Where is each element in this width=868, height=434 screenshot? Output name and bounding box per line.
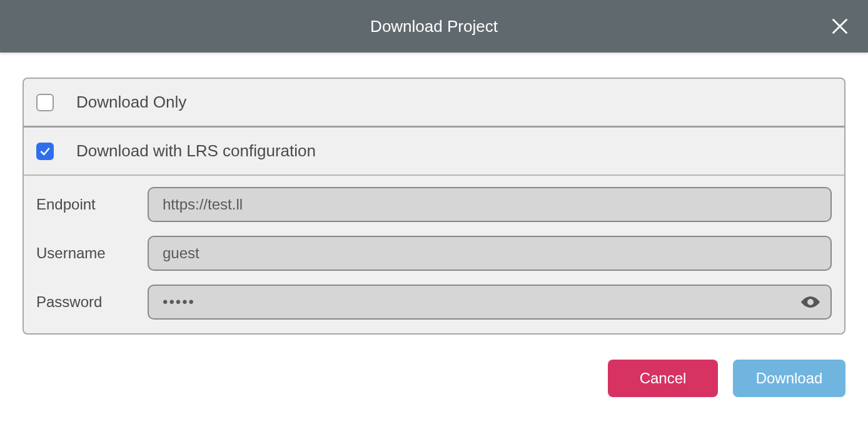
endpoint-label: Endpoint [36,196,148,213]
download-button[interactable]: Download [733,360,845,397]
password-row: Password [36,285,832,320]
dialog-actions: Cancel Download [0,335,868,397]
password-input[interactable] [148,285,832,320]
download-only-label: Download Only [76,93,186,112]
close-button[interactable] [829,16,850,37]
check-icon [39,145,51,158]
download-lrs-checkbox[interactable] [36,143,54,160]
close-icon [829,16,850,37]
dialog-title: Download Project [370,17,498,36]
option-download-lrs[interactable]: Download with LRS configuration [24,128,844,176]
option-download-only[interactable]: Download Only [24,79,844,128]
download-lrs-label: Download with LRS configuration [76,141,316,161]
eye-icon [799,295,822,310]
password-label: Password [36,293,148,311]
options-panel: Download Only Download with LRS configur… [23,78,845,335]
cancel-button[interactable]: Cancel [608,360,718,397]
username-label: Username [36,245,148,262]
download-project-dialog: Download Project Download Only Download … [0,0,868,397]
dialog-header: Download Project [0,0,868,53]
username-row: Username [36,236,832,271]
download-only-checkbox[interactable] [36,94,54,111]
username-input[interactable] [148,236,832,271]
endpoint-row: Endpoint [36,187,832,222]
lrs-form: Endpoint Username Password [24,176,844,333]
toggle-password-visibility[interactable] [799,295,822,310]
endpoint-input[interactable] [148,187,832,222]
